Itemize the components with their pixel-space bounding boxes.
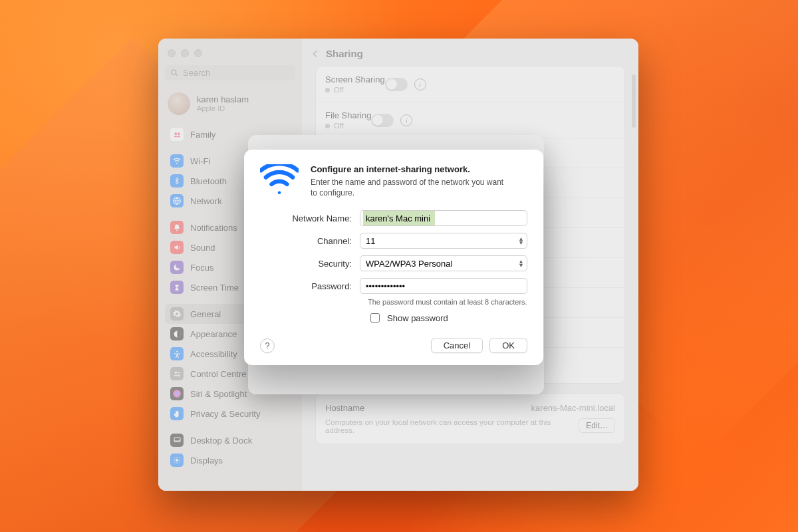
show-password-checkbox[interactable]: Show password [368,311,527,325]
avatar [168,92,190,115]
info-icon[interactable]: i [414,78,426,90]
sidebar-item-label: Notifications [190,223,237,233]
svg-point-10 [178,374,179,376]
stepper-icon: ▴▾ [519,259,523,267]
scrollbar[interactable] [632,74,636,128]
network-name-label: Network Name: [260,213,360,223]
sharing-row-status: Off [325,86,385,94]
toggle[interactable] [371,114,394,127]
svg-point-7 [176,350,178,352]
hostname-description: Computers on your local network can acce… [325,418,571,434]
channel-select[interactable]: 11 ▴▾ [360,233,527,249]
help-button[interactable]: ? [260,338,275,353]
siri-icon [170,387,184,400]
sound-icon [170,241,184,254]
sidebar-item-label: Family [190,130,215,140]
network-name-field[interactable] [360,210,527,226]
configure-network-dialog: Configure an internet-sharing network. E… [244,150,543,365]
sidebar-item-label: Control Centre [190,369,247,379]
account-sub: Apple ID [197,104,249,112]
sidebar-item-label: General [190,309,221,319]
search-input[interactable]: Search [165,65,295,80]
gear-icon [170,307,184,321]
dialog-title: Configure an internet-sharing network. [311,164,510,174]
svg-line-20 [174,458,175,458]
appear-icon [170,327,184,340]
moon-icon [170,261,184,274]
sidebar-item-desktop-dock[interactable]: Desktop & Dock [165,430,295,450]
access-icon [170,347,184,360]
sidebar-item-label: Siri & Spotlight [190,389,247,399]
search-placeholder: Search [183,68,210,78]
edit-hostname-button[interactable]: Edit… [579,418,615,433]
hand-icon [170,407,184,420]
search-icon [170,68,179,77]
sidebar-item-label: Accessibility [190,349,237,359]
close-dot[interactable] [168,49,176,57]
wifi-icon [260,164,299,194]
page-title: Sharing [326,48,363,59]
sidebar-item-label: Appearance [190,329,237,339]
svg-line-1 [176,74,178,76]
hourglass-icon [170,281,184,294]
sidebar-item-label: Desktop & Dock [190,436,252,446]
svg-point-8 [175,372,176,373]
sidebar-item-label: Network [190,196,222,206]
password-hint: The password must contain at least 8 cha… [368,298,527,306]
svg-line-21 [179,462,180,463]
sidebar-item-label: Wi-Fi [190,156,210,166]
display-icon [170,454,184,467]
window-controls [165,48,295,64]
show-password-box[interactable] [370,313,380,323]
toggle[interactable] [385,78,408,91]
sharing-row-title: File Sharing [325,110,371,120]
account-name: karen haslam [197,95,249,104]
sharing-row-status: Off [325,122,371,130]
password-label: Password: [260,281,360,291]
sidebar-item-label: Displays [190,456,223,466]
sidebar-item-label: Privacy & Security [190,409,260,419]
channel-label: Channel: [260,236,360,246]
info-icon[interactable]: i [400,114,412,126]
password-field[interactable] [360,278,527,294]
globe-icon [170,194,184,207]
sharing-row: Screen SharingOffi [316,66,624,102]
security-select[interactable]: WPA2/WPA3 Personal ▴▾ [360,255,527,271]
security-label: Security: [260,259,360,269]
hostname-panel: Hostname karens-Mac-mini.local Computers… [315,393,625,444]
wifi-icon [170,154,184,168]
dialog-subtitle: Enter the name and password of the netwo… [311,177,510,198]
svg-point-2 [174,132,177,135]
svg-point-3 [177,132,180,135]
cc-icon [170,367,184,380]
svg-point-4 [176,163,178,164]
zoom-dot[interactable] [194,49,202,57]
svg-rect-13 [174,438,180,442]
bt-icon [170,174,184,188]
back-button[interactable] [311,49,319,59]
svg-line-23 [179,458,180,458]
svg-point-0 [172,70,176,74]
hostname-label: Hostname [325,403,364,413]
hostname-value: karens-Mac-mini.local [531,403,615,413]
sidebar-item-label: Bluetooth [190,176,227,186]
bell-icon [170,221,184,234]
stepper-icon: ▴▾ [519,237,523,245]
sidebar-item-displays[interactable]: Displays [165,450,295,470]
ok-button[interactable]: OK [489,338,527,353]
minimize-dot[interactable] [181,49,189,57]
svg-point-12 [173,390,181,398]
sidebar-item-privacy-security[interactable]: Privacy & Security [165,404,295,424]
account-row[interactable]: karen haslam Apple ID [165,88,295,123]
dock-icon [170,434,184,447]
cancel-button[interactable]: Cancel [431,338,483,353]
svg-line-22 [174,462,175,463]
👪-icon [170,128,184,141]
sidebar-item-label: Focus [190,263,213,273]
sharing-row: File SharingOffi [316,102,624,138]
svg-point-15 [176,459,178,462]
sidebar-item-label: Sound [190,243,215,253]
sidebar-item-label: Screen Time [190,283,239,293]
sharing-row-title: Screen Sharing [325,74,385,84]
